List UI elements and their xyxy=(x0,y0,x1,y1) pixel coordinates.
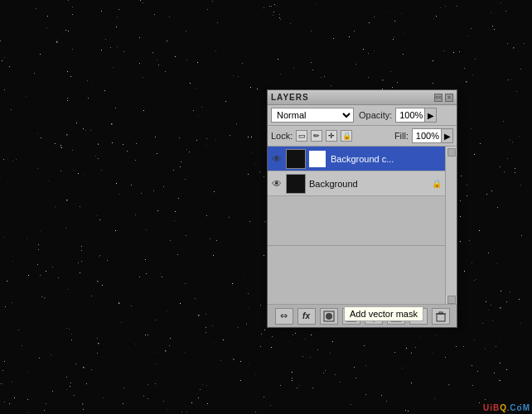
opacity-label: Opacity: xyxy=(359,110,392,120)
watermark: UiBQ.CoM xyxy=(483,403,530,412)
layers-empty-area xyxy=(268,246,445,304)
lock-paint-btn[interactable]: ✏ xyxy=(311,130,322,142)
add-layer-style-button[interactable]: fx xyxy=(297,308,316,325)
layer-name: Background xyxy=(309,179,428,189)
add-layer-mask-button[interactable] xyxy=(320,308,338,325)
mask-icon xyxy=(323,310,335,322)
blend-opacity-row: Normal Multiply Screen Overlay Opacity: … xyxy=(268,105,457,126)
layers-content: 👁 Background c... 👁 Background 🔒 xyxy=(268,147,445,304)
watermark-ui: UiB xyxy=(483,403,500,412)
fill-label: Fill: xyxy=(394,131,409,141)
blend-mode-wrapper: Normal Multiply Screen Overlay xyxy=(271,108,354,123)
layers-panel: LAYERS << × Normal Multiply Screen Overl… xyxy=(267,89,457,328)
lock-label: Lock: xyxy=(271,131,293,141)
svg-point-1 xyxy=(326,313,332,320)
lock-move-btn[interactable]: ✛ xyxy=(326,130,337,142)
layer-mask-thumbnail xyxy=(307,149,327,169)
layer-name: Background c... xyxy=(331,154,442,164)
layers-list: 👁 Background c... 👁 Background 🔒 xyxy=(268,147,445,246)
layers-wrapper: 👁 Background c... 👁 Background 🔒 xyxy=(268,147,457,304)
layers-scrollbar[interactable] xyxy=(445,147,457,304)
svg-rect-10 xyxy=(437,314,445,321)
layer-visibility-toggle[interactable]: 👁 xyxy=(271,178,283,190)
table-row[interactable]: 👁 Background c... xyxy=(268,147,445,171)
lock-fill-row: Lock: ▭ ✏ ✛ 🔒 Fill: 100% ▶ xyxy=(268,126,457,147)
vector-mask-tooltip: Add vector mask xyxy=(344,306,423,321)
opacity-value[interactable]: 100% xyxy=(395,108,425,123)
lock-all-btn[interactable]: 🔒 xyxy=(341,130,352,142)
lock-pixels-btn[interactable]: ▭ xyxy=(296,130,307,142)
opacity-arrow-btn[interactable]: ▶ xyxy=(425,108,437,123)
link-layers-button[interactable]: ⇔ xyxy=(275,308,293,325)
panel-title: LAYERS xyxy=(271,93,309,102)
fill-arrow-btn[interactable]: ▶ xyxy=(442,128,453,143)
layer-lock-icon: 🔒 xyxy=(432,179,442,188)
panel-titlebar[interactable]: LAYERS << × xyxy=(268,90,457,105)
tooltip-container: Add vector mask xyxy=(344,306,423,321)
watermark-q: Q xyxy=(500,403,507,412)
svg-rect-12 xyxy=(439,312,443,314)
panel-collapse-button[interactable]: << xyxy=(434,94,443,102)
blend-mode-select[interactable]: Normal Multiply Screen Overlay xyxy=(271,108,354,123)
layer-thumbnail xyxy=(286,149,306,169)
watermark-com: CoM xyxy=(510,403,530,412)
table-row[interactable]: 👁 Background 🔒 xyxy=(268,171,445,196)
fill-value[interactable]: 100% xyxy=(412,128,442,143)
scrollbar-track xyxy=(446,156,457,296)
titlebar-icons: << × xyxy=(434,94,453,102)
layer-visibility-toggle[interactable]: 👁 xyxy=(271,153,283,165)
delete-icon xyxy=(435,310,447,322)
panel-close-button[interactable]: × xyxy=(445,94,453,102)
delete-layer-button[interactable] xyxy=(432,308,450,325)
scrollbar-up-btn[interactable] xyxy=(447,148,456,156)
scrollbar-down-btn[interactable] xyxy=(447,296,456,304)
layer-thumbnail xyxy=(286,174,306,194)
